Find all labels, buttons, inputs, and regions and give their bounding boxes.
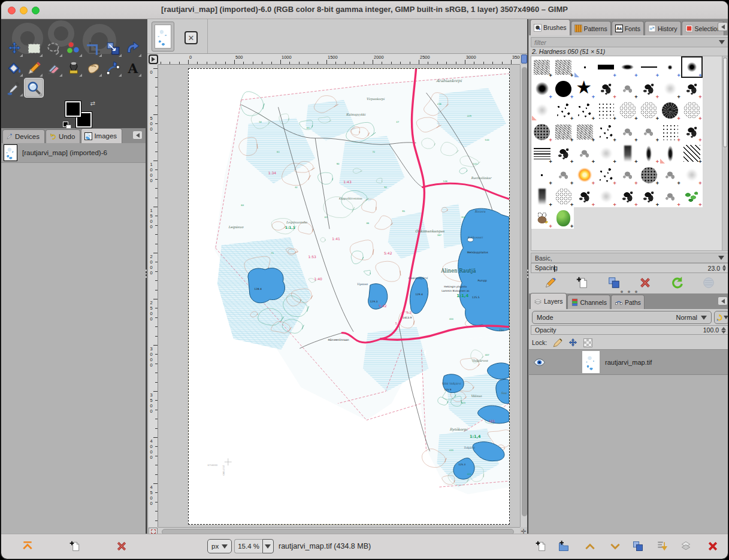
opacity-spinner[interactable] [721, 327, 726, 334]
tab-channels[interactable]: Channels [567, 295, 610, 309]
brush-chalk-25[interactable]: + [553, 121, 574, 143]
delete-brush-button[interactable] [639, 276, 652, 289]
foreground-color-swatch[interactable] [65, 101, 81, 117]
tab-images[interactable]: Images [81, 128, 122, 143]
duplicate-layer-button[interactable] [630, 538, 646, 554]
brush-splat-33[interactable]: + [553, 143, 574, 164]
refresh-brushes-button[interactable] [670, 276, 683, 289]
image-list-item[interactable]: [rautjarvi_map] (imported)-6 [1, 143, 146, 163]
image-tab[interactable] [152, 22, 174, 52]
brush-lace-49[interactable]: + [553, 186, 574, 207]
filter-chevron-icon[interactable] [719, 40, 725, 44]
tab-fonts[interactable]: AaFonts [612, 21, 644, 35]
lock-alpha-icon[interactable] [583, 338, 592, 347]
zoom-select-button[interactable] [262, 539, 274, 553]
delete-layer-button[interactable] [705, 538, 721, 554]
tool-color-picker[interactable] [4, 78, 24, 98]
brush-dot-40[interactable]: + [531, 164, 553, 186]
tool-text[interactable]: A [123, 58, 143, 78]
brush-smear-48[interactable]: + [531, 186, 553, 207]
titlebar[interactable]: [rautjarvi_map] (imported)-6.0 (RGB colo… [1, 1, 728, 19]
map-image[interactable]: ArabiankorpiVirpankorpiKulmapyykkiRustho… [189, 69, 509, 524]
brush-circle-9[interactable]: + [553, 78, 574, 99]
brush-specks-27[interactable]: + [595, 121, 617, 143]
mode-options-button[interactable] [714, 311, 728, 324]
new-brush-button[interactable] [576, 276, 589, 289]
tab-history[interactable]: History [645, 21, 681, 35]
brush-lace-21[interactable]: + [638, 99, 660, 121]
vertical-scrollbar[interactable] [520, 65, 527, 527]
brush-smear-36[interactable]: + [617, 143, 639, 164]
duplicate-brush-button[interactable] [607, 276, 621, 289]
merge-layer-button[interactable] [654, 538, 670, 554]
brush-esoft-4[interactable]: + [617, 56, 639, 78]
brush-vblob-38[interactable] [660, 143, 681, 164]
brush-tag-select[interactable]: Basic, [531, 253, 728, 263]
brush-splatlight-41[interactable]: + [553, 164, 574, 186]
brush-splatlight-54[interactable]: + [660, 186, 681, 207]
tool-flip[interactable] [123, 38, 143, 58]
brush-faint-14[interactable]: + [660, 78, 681, 99]
brush-star-10[interactable]: + [574, 78, 595, 99]
brush-splatlight-34[interactable]: + [574, 143, 595, 164]
tool-crop[interactable] [83, 38, 103, 58]
layer-row[interactable]: rautjarvi_map.tif [529, 350, 728, 375]
brush-dot-2[interactable] [574, 56, 595, 78]
edit-brush-button[interactable] [544, 276, 557, 289]
tab-layers[interactable]: Layers [530, 293, 567, 309]
brush-scrollbar[interactable] [722, 56, 728, 251]
tool-clone[interactable] [63, 58, 83, 78]
brush-lace-20[interactable]: + [617, 99, 639, 121]
tool-pencil[interactable] [24, 58, 44, 78]
tool-free-select[interactable] [44, 38, 63, 58]
brush-half-45[interactable]: + [638, 164, 660, 186]
brush-specks-18[interactable]: + [574, 99, 595, 121]
tool-bucket-fill[interactable] [4, 58, 24, 78]
brush-dock-menu-button[interactable] [718, 22, 728, 31]
close-view-icon[interactable]: ✕ [184, 31, 198, 44]
brush-faint-16[interactable] [531, 99, 553, 121]
brush-dots-19[interactable]: + [595, 99, 617, 121]
brush-leaves-55[interactable]: + [681, 186, 703, 207]
brush-hline-5[interactable]: + [638, 56, 660, 78]
raise-layer-button[interactable] [582, 538, 598, 554]
tab-undo[interactable]: Undo [46, 129, 81, 143]
brush-filter-input[interactable] [534, 39, 719, 46]
add-mask-button[interactable] [678, 538, 694, 554]
brush-splatlight-28[interactable]: + [617, 121, 639, 143]
brush-splatlight-44[interactable]: + [617, 164, 639, 186]
dock-menu-button[interactable] [132, 131, 143, 140]
canvas-viewport[interactable]: ArabiankorpiVirpankorpiKulmapyykkiRustho… [158, 65, 520, 527]
brush-pepper-57[interactable]: + [553, 207, 574, 229]
tab-patterns[interactable]: Patterns [571, 21, 611, 35]
tool-zoom[interactable] [24, 78, 44, 98]
tool-transform[interactable] [103, 38, 123, 58]
brush-filter[interactable] [531, 37, 728, 47]
tool-rect-select[interactable] [24, 38, 44, 58]
brush-chalk-1[interactable]: + [553, 56, 574, 78]
brush-half-24[interactable]: + [531, 121, 553, 143]
ruler-origin-button[interactable] [149, 55, 158, 64]
brush-splat-52[interactable]: + [617, 186, 639, 207]
brush-splatlight-29[interactable]: + [638, 121, 660, 143]
vertical-ruler[interactable]: 050010001500200025003000350040004500 [149, 65, 158, 527]
brush-faint-35[interactable]: + [595, 143, 617, 164]
spacing-slider[interactable]: Spacing 23.0 [531, 263, 728, 273]
brush-chalk-0[interactable]: + [531, 56, 553, 78]
brush-faint-47[interactable]: + [681, 164, 703, 186]
brush-hlines-32[interactable]: + [531, 143, 553, 164]
lock-position-icon[interactable] [568, 338, 578, 348]
layer-visibility-button[interactable] [529, 358, 549, 367]
lock-pixels-icon[interactable] [552, 338, 562, 348]
vertical-scroll-thumb[interactable] [522, 67, 527, 516]
zoom-value[interactable]: 15.4 % [234, 539, 262, 553]
tool-paths[interactable] [103, 58, 123, 78]
delete-image-button[interactable] [114, 538, 129, 554]
tab-paths[interactable]: Paths [611, 295, 645, 309]
tool-smudge[interactable] [83, 58, 103, 78]
brush-faint-51[interactable]: + [595, 186, 617, 207]
new-layer-button[interactable] [533, 538, 549, 554]
tool-select-by-color[interactable] [63, 38, 83, 58]
new-layer-group-button[interactable] [556, 538, 571, 554]
brush-lace-23[interactable]: + [681, 99, 703, 121]
